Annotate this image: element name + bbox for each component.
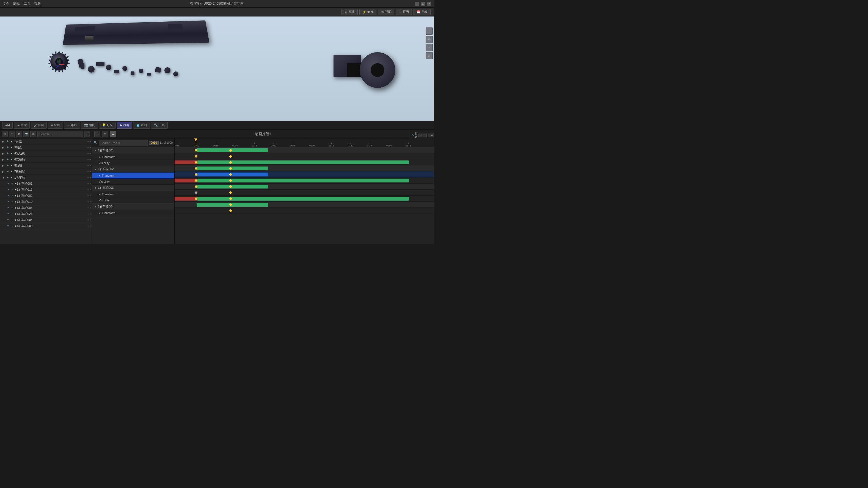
scene-camera-btn[interactable]: 📷 相机 — [81, 122, 98, 129]
track-item-transform-0[interactable]: ▶ Transform — [92, 154, 174, 160]
timeline-list-btn[interactable]: ☰ — [94, 131, 100, 137]
delete-icon[interactable]: ✕ — [90, 225, 92, 228]
scene-capture-btn[interactable]: ☁ 摄控 — [14, 122, 30, 129]
hierarchy-search-input[interactable] — [37, 131, 83, 137]
maximize-btn[interactable]: □ — [421, 2, 425, 6]
hier-item-tank[interactable]: ▶ 👁 ● 5油箱 ✏ ✕ — [0, 163, 92, 169]
minimize-btn[interactable]: — — [415, 2, 419, 6]
hier-item-cabin[interactable]: ▶ 👁 ● 6驾驶舱 ✏ ✕ — [0, 157, 92, 163]
edit-icon[interactable]: ✏ — [87, 152, 90, 155]
rot-y-input[interactable] — [428, 134, 434, 137]
track-group-rw004[interactable]: ▼ 1右车轮004 — [92, 203, 174, 210]
search-tracks-input[interactable] — [99, 140, 148, 146]
track-group-rw001[interactable]: ▼ 1右车轮001 — [92, 147, 174, 154]
hier-tool-5[interactable]: ⊕ — [30, 131, 36, 137]
edit-icon[interactable]: ✏ — [87, 183, 90, 185]
hier-tool-2[interactable]: ✏ — [9, 131, 15, 137]
viewport[interactable]: + ⚙ ≡ ⊕ — [0, 17, 434, 121]
scene-tools-btn[interactable]: 🔧 工具 — [151, 122, 168, 129]
edit-icon[interactable]: ✏ — [87, 158, 90, 161]
eye-icon: 👁 — [6, 164, 9, 167]
edit-icon[interactable]: ✏ — [87, 189, 90, 191]
tool-plus[interactable]: + — [426, 28, 433, 35]
schedule-btn[interactable]: 📅 日程 — [413, 9, 431, 15]
view-btn[interactable]: 👁 视图 — [378, 9, 394, 15]
hier-item-rw011[interactable]: 👁 ● ●1右车轮011 ✏ ✕ — [0, 187, 92, 193]
ruler-mark-30: 0030 — [232, 142, 238, 147]
tool-layers[interactable]: ≡ — [426, 44, 433, 51]
edit-icon[interactable]: ✏ — [87, 170, 90, 173]
edit-icon[interactable]: ✏ — [87, 201, 90, 203]
delete-icon[interactable]: ✕ — [90, 207, 92, 209]
menu-help[interactable]: 帮助 — [34, 1, 41, 6]
rot-x-input[interactable] — [418, 134, 427, 137]
hier-item-chassis[interactable]: ▶ 👁 ● 3底盘 ✏ ✕ — [0, 144, 92, 151]
layer-btn[interactable]: ☰ 层图 — [396, 9, 412, 15]
track-item-visibility-0[interactable]: Visibility — [92, 160, 174, 166]
edit-icon[interactable]: ✏ — [87, 225, 90, 228]
group-arrow: ▼ — [94, 168, 97, 171]
delete-icon[interactable]: ✕ — [90, 213, 92, 216]
hier-item-rw004[interactable]: 👁 ● ●1右车轮004 ✏ ✕ — [0, 217, 92, 223]
hier-label-8: ●1右车轮011 — [15, 188, 87, 192]
delete-icon[interactable]: ✕ — [90, 146, 92, 149]
edit-icon[interactable]: ✏ — [87, 176, 90, 179]
hier-item-rw019[interactable]: 👁 ● ●1右车轮019 ✏ ✕ — [0, 199, 92, 205]
delete-icon[interactable]: ✕ — [90, 183, 92, 185]
delete-icon[interactable]: ✕ — [90, 152, 92, 155]
menu-edit[interactable]: 编辑 — [13, 1, 20, 6]
hier-tool-3[interactable]: 🗑 — [16, 131, 22, 137]
svg-marker-15 — [49, 56, 52, 58]
hier-item-rw021[interactable]: 👁 ● ●1右车轮021 ✏ ✕ — [0, 211, 92, 217]
hier-item-rw001[interactable]: 👁 ● ●1右车轮001 ✏ ✕ — [0, 181, 92, 187]
hier-tool-1[interactable]: ⊞ — [2, 131, 8, 137]
delete-icon[interactable]: ✕ — [90, 189, 92, 191]
close-btn[interactable]: ✕ — [427, 2, 431, 6]
timeline-edit-btn[interactable]: ✏ — [102, 131, 108, 137]
hier-tool-4[interactable]: 📷 — [23, 131, 29, 137]
menu-file[interactable]: 文件 — [3, 1, 9, 6]
hier-item-rw003[interactable]: 👁 ● ●1右车轮003 ✏ ✕ — [0, 223, 92, 229]
hier-item-rw002[interactable]: 👁 ● ●1右车轮002 ✏ ✕ — [0, 193, 92, 199]
delete-icon[interactable]: ✕ — [90, 195, 92, 197]
track-item-transform-3[interactable]: ▶ Transform — [92, 210, 174, 216]
quality-btn[interactable]: 🖼 画质 — [341, 9, 358, 15]
scene-animation-btn[interactable]: ▶ 动画 — [117, 122, 132, 129]
track-item-visibility-1[interactable]: Visibility — [92, 178, 174, 185]
edit-icon[interactable]: ✏ — [87, 213, 90, 216]
speed-btn[interactable]: ⚡ 速度 — [359, 9, 376, 15]
scene-path-btn[interactable]: ～ 路线 — [64, 122, 80, 129]
hier-item-background[interactable]: ▶ 👁 ● 1背景 ✏ ✕ — [0, 138, 92, 144]
scene-light-btn[interactable]: 💡 灯光 — [99, 122, 116, 129]
track-group-rw002[interactable]: ▼ 1右车轮002 — [92, 166, 174, 172]
menu-tools[interactable]: 工具 — [24, 1, 30, 6]
scene-water-btn[interactable]: 💧 水利 — [133, 122, 150, 129]
scene-material-btn[interactable]: ◈ 材质 — [48, 122, 63, 129]
track-item-visibility-2[interactable]: Visibility — [92, 197, 174, 203]
edit-icon[interactable]: ✏ — [87, 219, 90, 222]
delete-icon[interactable]: ✕ — [90, 140, 92, 143]
edit-icon[interactable]: ✏ — [87, 164, 90, 167]
edit-icon[interactable]: ✏ — [87, 146, 90, 149]
delete-icon[interactable]: ✕ — [90, 164, 92, 167]
delete-icon[interactable]: ✕ — [90, 176, 92, 179]
delete-icon[interactable]: ✕ — [90, 170, 92, 173]
track-item-transform-2[interactable]: ▶ Transform — [92, 191, 174, 197]
edit-icon[interactable]: ✏ — [87, 140, 90, 143]
edit-icon[interactable]: ✏ — [87, 207, 90, 209]
track-item-transform-1[interactable]: ▶ Transform — [92, 172, 174, 178]
delete-icon[interactable]: ✕ — [90, 201, 92, 203]
hier-item-engine[interactable]: ▶ 👁 ● 4发动机 ✏ ✕ — [0, 151, 92, 157]
hier-item-rightwheel[interactable]: ▼ 👁 ● 1右车轮 ✏ ✕ — [0, 175, 92, 181]
delete-icon[interactable]: ✕ — [90, 158, 92, 161]
hier-item-rw005[interactable]: 👁 ● ●1右车轮005 ✏ ✕ — [0, 205, 92, 211]
edit-icon[interactable]: ✏ — [87, 195, 90, 197]
delete-icon[interactable]: ✕ — [90, 219, 92, 222]
tool-gear[interactable]: ⚙ — [426, 36, 433, 43]
hier-item-arm[interactable]: ▶ 👁 ● 7机械臂 ✏ ✕ — [0, 169, 92, 175]
track-group-rw003[interactable]: ▼ 1右车轮003 — [92, 185, 174, 191]
hier-tool-6[interactable]: ☰ — [84, 131, 90, 137]
scene-paint-btn[interactable]: 🖌 画刷 — [31, 122, 47, 129]
collapse-btn[interactable]: ◀◀ — [2, 122, 13, 129]
tool-settings[interactable]: ⊕ — [426, 52, 433, 59]
